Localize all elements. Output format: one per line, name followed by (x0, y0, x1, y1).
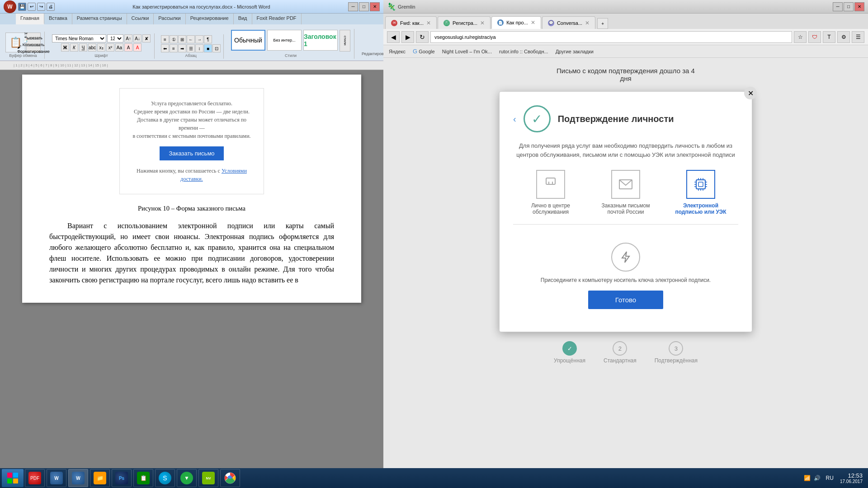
tab-how-close[interactable]: ✕ (531, 19, 535, 26)
strikethrough-button[interactable]: аbc (88, 43, 96, 52)
tab-conv-close[interactable]: ✕ (585, 20, 590, 26)
start-button[interactable] (2, 469, 24, 487)
subscript-button[interactable]: x₂ (97, 43, 105, 52)
line-spacing-button[interactable]: ↕ (195, 44, 203, 52)
tab-reg-close[interactable]: ✕ (480, 20, 485, 26)
browser-maximize-button[interactable]: □ (844, 2, 854, 11)
taskbar-app-ps[interactable]: Ps (112, 469, 132, 487)
tab-mailings[interactable]: Рассылки (154, 14, 185, 24)
clear-format-button[interactable]: ✘ (142, 34, 151, 42)
tab-fwd-close[interactable]: ✕ (426, 20, 431, 26)
align-center-button[interactable]: ≡ (170, 44, 178, 52)
tab-insert[interactable]: Вставка (44, 14, 72, 24)
office-button[interactable]: W (4, 0, 16, 13)
bold-button[interactable]: Ж (61, 43, 69, 52)
highlight-button[interactable]: А (124, 43, 132, 52)
bullets-button[interactable]: ≡ (161, 35, 169, 43)
format-painter-button[interactable]: 🖌 Форматирование (26, 46, 41, 52)
taskbar-app-word2[interactable]: W (68, 469, 88, 487)
new-tab-button[interactable]: + (597, 18, 608, 29)
tab-foxit[interactable]: Foxit Reader PDF (252, 14, 302, 24)
forward-button[interactable]: ▶ (401, 31, 414, 43)
style-heading1[interactable]: Заголовок 1 (303, 30, 338, 51)
bookmark-yandex[interactable]: Яндекс (387, 48, 407, 55)
tab-home[interactable]: Главная (16, 14, 44, 24)
taskbar-app-pdf[interactable]: PDF (25, 469, 45, 487)
order-letter-button[interactable]: Заказать письмо (160, 146, 223, 160)
align-right-button[interactable]: ➡ (178, 44, 186, 52)
ready-button[interactable]: Готово (588, 291, 663, 309)
font-shrink-button[interactable]: A↓ (133, 34, 142, 42)
taskbar-app-explorer[interactable]: 📁 (90, 469, 110, 487)
tab-reg[interactable]: 🇷 Регистра... ✕ (438, 16, 491, 29)
network-tray-icon[interactable]: 📶 (803, 474, 811, 482)
para-marks-button[interactable]: ¶ (204, 35, 212, 43)
taskbar-app-nvidia[interactable]: NV (198, 469, 218, 487)
clock-date: 17.06.2017 (840, 479, 863, 484)
bookmark-star[interactable]: ☆ (794, 31, 807, 43)
tab-review[interactable]: Рецензирование (186, 14, 234, 24)
modal-close-button[interactable]: ✕ (744, 87, 757, 99)
shading-button[interactable]: ■ (204, 44, 212, 52)
align-left-button[interactable]: ⬅ (161, 44, 169, 52)
multilevel-button[interactable]: ⊞ (178, 35, 186, 43)
modal-back-button[interactable]: ‹ (513, 114, 516, 124)
tab-conv[interactable]: 💬 Conversa... ✕ (542, 16, 595, 29)
tab-view[interactable]: Вид (234, 14, 252, 24)
browser-minimize-button[interactable]: ─ (833, 2, 843, 11)
bookmark-google[interactable]: G Google (411, 47, 437, 56)
font-size-select[interactable]: 12 (107, 34, 123, 42)
decrease-indent-button[interactable]: ← (187, 35, 195, 43)
tab-fwd[interactable]: ✉ Fwd: как... ✕ (385, 16, 437, 29)
taskbar-app-green[interactable]: 📋 (133, 469, 153, 487)
browser-title-text: Gremlin (398, 4, 415, 9)
borders-button[interactable]: ⊡ (212, 44, 221, 52)
justify-button[interactable]: ☰ (187, 44, 195, 52)
option-service-center[interactable]: Лично в центре обслуживания (519, 170, 582, 215)
maximize-button[interactable]: □ (359, 2, 369, 11)
close-button[interactable]: ✕ (370, 2, 380, 11)
italic-button[interactable]: К (70, 43, 78, 52)
menu-icon[interactable]: ☰ (852, 31, 864, 43)
numbering-button[interactable]: ① (170, 35, 178, 43)
redo-icon[interactable]: ↪ (37, 3, 45, 11)
abp-icon[interactable]: 🛡 (808, 31, 821, 43)
taskbar-app-word[interactable]: W (47, 469, 66, 487)
reload-button[interactable]: ↻ (416, 31, 429, 43)
style-normal[interactable]: Обычный (231, 30, 265, 51)
bookmark-rutor[interactable]: rutor.info :: Свободн... (497, 48, 550, 55)
option-electronic-signature[interactable]: Электронной подписью или УЭК (669, 170, 732, 215)
ribbon: Главная Вставка Разметка страницы Ссылки… (0, 14, 383, 61)
change-styles-button[interactable]: стили (340, 30, 350, 52)
font-color-button[interactable]: А (133, 43, 142, 52)
style-no-interval[interactable]: Без интер... (267, 30, 302, 51)
volume-tray-icon[interactable]: 🔊 (813, 474, 821, 482)
option-mail[interactable]: Заказным письмом почтой России (594, 170, 657, 215)
increase-indent-button[interactable]: → (195, 35, 203, 43)
address-input[interactable] (430, 31, 792, 43)
minimize-button[interactable]: ─ (348, 2, 358, 11)
system-clock[interactable]: 12:53 17.06.2017 (840, 472, 863, 484)
tab-page-layout[interactable]: Разметка страницы (72, 14, 127, 24)
save-icon[interactable]: 💾 (18, 3, 26, 11)
bookmark-night-lovell[interactable]: Night Lovell – I'm Ok... (440, 48, 494, 55)
print-icon[interactable]: 🖨 (47, 3, 55, 11)
text-case-button[interactable]: Аа (115, 43, 123, 52)
taskbar-app-chrome[interactable] (220, 469, 240, 487)
underline-button[interactable]: Ч (79, 43, 87, 52)
font-name-select[interactable]: Times New Roman (52, 34, 106, 42)
language-indicator[interactable]: RU (823, 475, 836, 481)
superscript-button[interactable]: x² (106, 43, 114, 52)
settings-icon[interactable]: ⚙ (837, 31, 850, 43)
browser-close-button[interactable]: ✕ (854, 2, 864, 11)
tab-how[interactable]: 📄 Как про... ✕ (491, 16, 541, 29)
back-button[interactable]: ◀ (387, 31, 400, 43)
taskbar-app-skype[interactable]: S (155, 469, 175, 487)
tab-how-label: Как про... (506, 20, 528, 25)
tab-references[interactable]: Ссылки (127, 14, 154, 24)
undo-icon[interactable]: ↩ (28, 3, 36, 11)
bookmark-other[interactable]: Другие закладки (554, 48, 595, 55)
taskbar-app-torrent[interactable]: ▼ (177, 469, 197, 487)
font-grow-button[interactable]: A↑ (124, 34, 132, 42)
translate-icon[interactable]: T (823, 31, 835, 43)
